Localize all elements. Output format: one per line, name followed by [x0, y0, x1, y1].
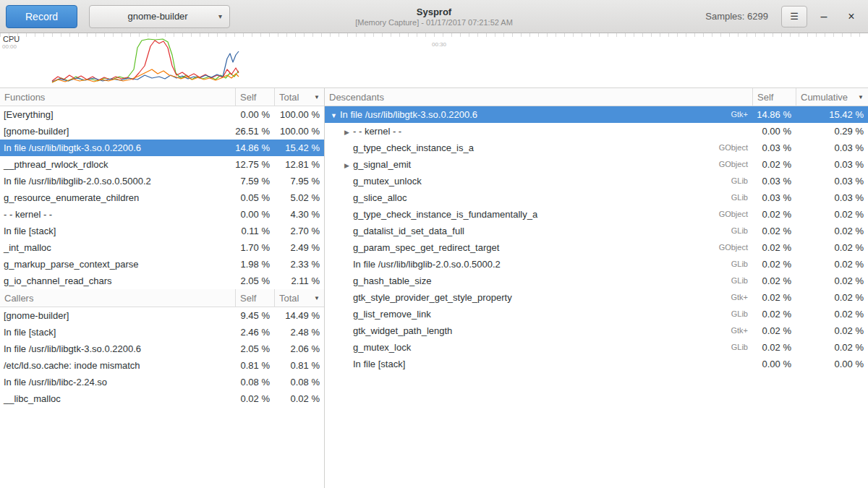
callers-row-name: /etc/ld.so.cache: inode mismatch: [0, 357, 235, 374]
functions-row[interactable]: g_markup_parse_context_parse1.98 %2.33 %: [0, 256, 324, 273]
descendants-row[interactable]: g_type_check_instance_is_fundamentally_a…: [325, 206, 868, 223]
callers-row[interactable]: In file /usr/lib/libgtk-3.so.0.2200.62.0…: [0, 341, 324, 357]
functions-row-self: 1.70 %: [235, 239, 274, 256]
functions-row-name: g_resource_enumerate_children: [0, 189, 235, 206]
functions-self-column-header[interactable]: Self: [235, 88, 274, 106]
functions-row[interactable]: _int_malloc1.70 %2.49 %: [0, 239, 324, 256]
functions-row[interactable]: [gnome-builder]26.51 %100.00 %: [0, 123, 324, 140]
descendants-row[interactable]: g_hash_table_sizeGLib0.02 %0.02 %: [325, 273, 868, 289]
descendants-row-self: 0.00 %: [752, 123, 796, 140]
functions-row-name: [gnome-builder]: [0, 123, 235, 140]
cpu-graph-area[interactable]: CPU 00:00 00:30: [0, 33, 868, 88]
descendants-row-name-cell: In file [stack]: [325, 356, 694, 372]
callers-row-name: In file /usr/lib/libc-2.24.so: [0, 374, 235, 390]
cpu-label: CPU: [3, 35, 20, 43]
descendants-row[interactable]: In file /usr/lib/libglib-2.0.so.0.5000.2…: [325, 256, 868, 273]
callers-row-name: [gnome-builder]: [0, 307, 235, 324]
menu-button[interactable]: ☰: [781, 6, 807, 27]
callers-row[interactable]: /etc/ld.so.cache: inode mismatch0.81 %0.…: [0, 357, 324, 374]
descendants-row-cumulative: 15.42 %: [796, 106, 868, 123]
callers-row[interactable]: [gnome-builder]9.45 %14.49 %: [0, 307, 324, 324]
descendants-row-library: Gtk+: [694, 322, 752, 339]
descendants-row-library: GLib: [694, 306, 752, 322]
functions-row-name: g_markup_parse_context_parse: [0, 256, 235, 273]
callers-self-column-header[interactable]: Self: [235, 289, 274, 307]
descendants-row-cumulative: 0.02 %: [796, 273, 868, 289]
functions-row[interactable]: In file /usr/lib/libglib-2.0.so.0.5000.2…: [0, 173, 324, 189]
callers-row-total: 0.02 %: [274, 390, 324, 407]
descendants-row-library: GObject: [694, 140, 752, 156]
descendants-row-name: g_datalist_id_set_data_full: [353, 226, 464, 236]
descendants-row[interactable]: g_mutex_unlockGLib0.03 %0.03 %: [325, 173, 868, 189]
callers-row[interactable]: __libc_malloc0.02 %0.02 %: [0, 390, 324, 407]
functions-row[interactable]: g_io_channel_read_chars2.05 %2.11 %: [0, 273, 324, 289]
descendants-row[interactable]: ▶g_signal_emitGObject0.02 %0.03 %: [325, 156, 868, 173]
functions-row-total: 100.00 %: [274, 106, 324, 123]
minimize-button[interactable]: –: [813, 7, 835, 27]
functions-row[interactable]: In file [stack]0.11 %2.70 %: [0, 223, 324, 239]
descendants-row-cumulative: 0.02 %: [796, 289, 868, 306]
callers-row-self: 0.81 %: [235, 357, 274, 374]
descendants-row[interactable]: gtk_widget_path_lengthGtk+0.02 %0.02 %: [325, 322, 868, 339]
close-button[interactable]: ×: [841, 7, 862, 27]
descendants-row-library: GObject: [694, 206, 752, 223]
left-panel: Functions Self Total ▼ [Everything]0.00 …: [0, 88, 325, 488]
self-column-label: Self: [240, 293, 256, 304]
functions-row-total: 12.81 %: [274, 156, 324, 173]
callers-row[interactable]: In file /usr/lib/libc-2.24.so0.08 %0.08 …: [0, 374, 324, 390]
cumulative-column-label: Cumulative: [801, 92, 848, 103]
descendants-row-name: In file /usr/lib/libgtk-3.so.0.2200.6: [340, 109, 477, 120]
descendants-self-column-header[interactable]: Self: [752, 88, 796, 106]
hamburger-icon: ☰: [790, 11, 799, 22]
descendants-row[interactable]: g_slice_allocGLib0.03 %0.03 %: [325, 189, 868, 206]
callers-column-label: Callers: [4, 293, 33, 304]
functions-column-label: Functions: [4, 92, 45, 103]
descendants-row[interactable]: gtk_style_provider_get_style_propertyGtk…: [325, 289, 868, 306]
descendants-row-library: GLib: [694, 173, 752, 189]
descendants-row-name-cell: g_mutex_unlock: [325, 173, 694, 189]
functions-table-header: Functions Self Total ▼: [0, 88, 324, 106]
descendants-table-body: ▼In file /usr/lib/libgtk-3.so.0.2200.6Gt…: [325, 106, 868, 372]
descendants-row-cumulative: 0.02 %: [796, 206, 868, 223]
functions-row[interactable]: - - kernel - -0.00 %4.30 %: [0, 206, 324, 223]
descendants-row-self: 0.02 %: [752, 156, 796, 173]
descendants-row[interactable]: In file [stack]0.00 %0.00 %: [325, 356, 868, 372]
descendants-row[interactable]: ▶- - kernel - -0.00 %0.29 %: [325, 123, 868, 140]
descendants-row-name: g_type_check_instance_is_fundamentally_a: [353, 209, 537, 220]
record-button[interactable]: Record: [6, 5, 77, 28]
total-column-label: Total: [279, 92, 299, 103]
descendants-row-self: 14.86 %: [752, 106, 796, 123]
descendants-row-name-cell: gtk_style_provider_get_style_property: [325, 289, 694, 306]
descendants-row-name-cell: g_slice_alloc: [325, 189, 694, 206]
expander-closed-icon[interactable]: ▶: [341, 158, 353, 173]
descendants-row[interactable]: g_type_check_instance_is_aGObject0.03 %0…: [325, 140, 868, 156]
functions-column-header[interactable]: Functions: [0, 88, 235, 106]
descendants-row-name: g_mutex_lock: [353, 342, 411, 353]
descendants-row-name-cell: g_mutex_lock: [325, 339, 694, 356]
descendants-row-cumulative: 0.02 %: [796, 239, 868, 256]
callers-column-header[interactable]: Callers: [0, 289, 235, 307]
callers-row-total: 14.49 %: [274, 307, 324, 324]
expander-open-icon[interactable]: ▼: [328, 108, 340, 123]
descendants-column-header[interactable]: Descendants: [325, 88, 752, 106]
functions-row[interactable]: In file /usr/lib/libgtk-3.so.0.2200.614.…: [0, 140, 324, 156]
functions-total-column-header[interactable]: Total ▼: [274, 88, 324, 106]
functions-row[interactable]: [Everything]0.00 %100.00 %: [0, 106, 324, 123]
functions-row-self: 12.75 %: [235, 156, 274, 173]
functions-row[interactable]: g_resource_enumerate_children0.05 %5.02 …: [0, 189, 324, 206]
descendants-cumulative-column-header[interactable]: Cumulative ▼: [796, 88, 868, 106]
descendants-row-cumulative: 0.03 %: [796, 189, 868, 206]
descendants-row[interactable]: g_param_spec_get_redirect_targetGObject0…: [325, 239, 868, 256]
descendants-row-library: Gtk+: [694, 106, 752, 123]
expander-closed-icon[interactable]: ▶: [341, 124, 353, 140]
process-selector[interactable]: gnome-builder ▾: [89, 5, 230, 28]
descendants-row[interactable]: g_list_remove_linkGLib0.02 %0.02 %: [325, 306, 868, 322]
callers-total-column-header[interactable]: Total ▼: [274, 289, 324, 307]
functions-row[interactable]: __pthread_rwlock_rdlock12.75 %12.81 %: [0, 156, 324, 173]
descendants-row[interactable]: g_mutex_lockGLib0.02 %0.02 %: [325, 339, 868, 356]
callers-row[interactable]: In file [stack]2.46 %2.48 %: [0, 324, 324, 341]
descendants-row[interactable]: g_datalist_id_set_data_fullGLib0.02 %0.0…: [325, 223, 868, 239]
sort-arrow-icon: ▼: [858, 94, 864, 100]
descendants-row-cumulative: 0.03 %: [796, 156, 868, 173]
descendants-row[interactable]: ▼In file /usr/lib/libgtk-3.so.0.2200.6Gt…: [325, 106, 868, 123]
